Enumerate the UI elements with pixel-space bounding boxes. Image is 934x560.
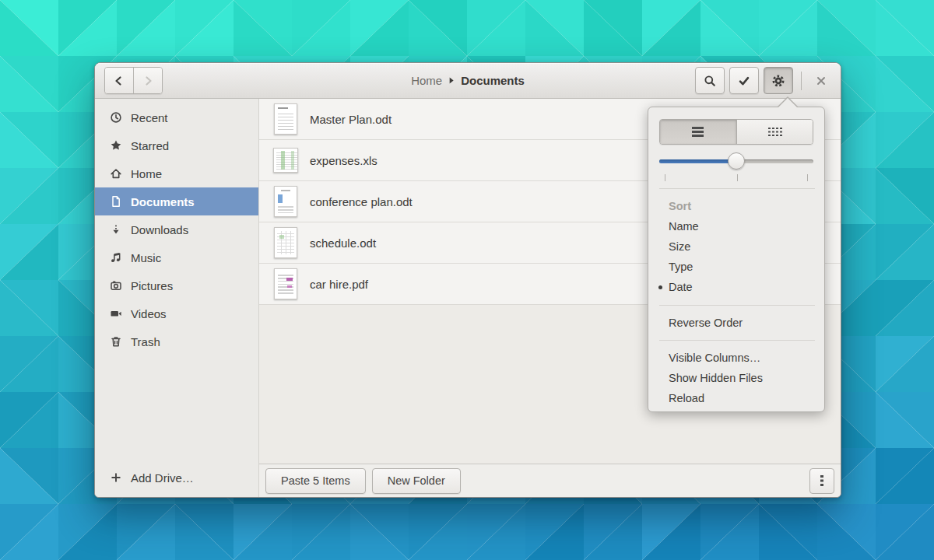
checkmark-icon <box>738 75 750 87</box>
plus-icon <box>110 471 122 484</box>
sort-option-date[interactable]: Date <box>648 277 824 297</box>
clock-icon <box>110 111 122 124</box>
more-actions-button[interactable] <box>809 468 834 494</box>
close-icon <box>815 75 827 87</box>
file-name: conference plan.odt <box>310 195 413 208</box>
grid-view-button[interactable] <box>736 120 813 144</box>
add-drive-button[interactable]: Add Drive… <box>95 464 258 492</box>
text-document-thumbnail <box>273 103 298 135</box>
search-button[interactable] <box>695 67 725 94</box>
grid-view-icon <box>768 128 771 130</box>
slider-handle[interactable] <box>728 152 745 170</box>
sidebar-item-pictures[interactable]: Pictures <box>95 271 258 299</box>
document-icon <box>110 195 122 208</box>
trash-icon <box>110 335 122 348</box>
sidebar-item-music[interactable]: Music <box>95 243 258 271</box>
sort-option-date-label: Date <box>669 281 693 293</box>
zoom-slider[interactable] <box>659 152 813 182</box>
view-options-popover: Sort Name Size Type Date Reverse Order V… <box>648 107 825 412</box>
sort-option-size[interactable]: Size <box>648 236 824 257</box>
file-manager-window: Home Documents <box>94 62 841 498</box>
sidebar-item-recent[interactable]: Recent <box>95 103 258 131</box>
view-options-button[interactable] <box>764 67 793 94</box>
slider-tick <box>807 174 808 181</box>
slider-tick <box>665 174 665 181</box>
nav-buttons <box>104 67 163 94</box>
file-name: Master Plan.odt <box>310 113 392 126</box>
selection-mode-button[interactable] <box>729 67 759 94</box>
paste-button[interactable]: Paste 5 Items <box>265 468 366 494</box>
text-document-thumbnail <box>273 186 298 217</box>
sidebar-item-downloads[interactable]: Downloads <box>95 215 258 243</box>
camera-icon <box>110 279 122 292</box>
search-icon <box>704 75 716 87</box>
view-toggle <box>659 119 813 145</box>
chevron-right-icon <box>142 75 154 87</box>
sidebar-item-label: Home <box>131 167 162 180</box>
slider-fill <box>659 159 736 163</box>
new-folder-button[interactable]: New Folder <box>372 468 461 494</box>
popover-separator <box>659 305 815 306</box>
sidebar-item-documents[interactable]: Documents <box>95 187 258 215</box>
breadcrumb-home[interactable]: Home <box>411 74 442 87</box>
download-icon <box>110 223 122 236</box>
sidebar-item-label: Videos <box>131 307 167 320</box>
sidebar-item-trash[interactable]: Trash <box>95 327 258 355</box>
sort-header: Sort <box>648 196 824 216</box>
kebab-menu-icon <box>820 475 823 478</box>
selected-radio-dot <box>658 285 662 289</box>
sidebar-item-starred[interactable]: Starred <box>95 131 258 159</box>
slider-tick <box>737 174 738 181</box>
spreadsheet-thumbnail <box>273 148 298 173</box>
visible-columns-item[interactable]: Visible Columns… <box>648 348 824 368</box>
sidebar-spacer <box>95 355 258 464</box>
list-view-button[interactable] <box>660 120 736 144</box>
show-hidden-files-item[interactable]: Show Hidden Files <box>648 368 824 388</box>
sidebar-item-videos[interactable]: Videos <box>95 299 258 327</box>
reverse-order-item[interactable]: Reverse Order <box>648 313 824 333</box>
sort-menu: Sort Name Size Type Date Reverse Order V… <box>648 189 824 408</box>
bottom-bar: Paste 5 Items New Folder <box>259 464 841 497</box>
popover-separator <box>659 340 815 341</box>
file-name: expenses.xls <box>310 154 377 167</box>
new-folder-button-label: New Folder <box>388 474 445 487</box>
sidebar: Recent Starred Home Documents <box>95 99 259 497</box>
home-icon <box>110 167 122 180</box>
sort-option-type[interactable]: Type <box>648 257 824 277</box>
music-note-icon <box>110 251 122 264</box>
breadcrumb-separator-icon <box>449 77 454 84</box>
sidebar-item-label: Downloads <box>131 223 188 236</box>
sidebar-item-label: Documents <box>131 195 195 208</box>
star-icon <box>110 139 122 152</box>
sidebar-item-home[interactable]: Home <box>95 159 258 187</box>
file-name: car hire.pdf <box>310 278 368 291</box>
text-document-thumbnail <box>273 227 298 258</box>
file-name: schedule.odt <box>310 236 376 250</box>
titlebar-actions <box>695 67 833 94</box>
forward-button[interactable] <box>133 68 162 93</box>
titlebar-separator <box>801 72 802 90</box>
sidebar-item-label: Music <box>131 251 161 264</box>
add-drive-label: Add Drive… <box>131 471 194 485</box>
sidebar-item-label: Starred <box>131 139 169 152</box>
back-button[interactable] <box>105 68 133 93</box>
titlebar: Home Documents <box>95 63 841 99</box>
list-view-icon <box>692 127 704 137</box>
sidebar-item-label: Pictures <box>131 279 173 292</box>
paste-button-label: Paste 5 Items <box>281 474 350 487</box>
chevron-left-icon <box>113 75 125 87</box>
sidebar-item-label: Trash <box>131 335 160 348</box>
reload-item[interactable]: Reload <box>648 388 824 408</box>
sort-option-name[interactable]: Name <box>648 216 824 236</box>
breadcrumb-current[interactable]: Documents <box>461 74 525 87</box>
video-camera-icon <box>110 307 122 320</box>
pdf-document-thumbnail <box>273 268 298 299</box>
gear-icon <box>771 74 785 88</box>
breadcrumb: Home Documents <box>411 63 525 98</box>
close-button[interactable] <box>809 68 833 93</box>
sidebar-item-label: Recent <box>131 111 168 124</box>
